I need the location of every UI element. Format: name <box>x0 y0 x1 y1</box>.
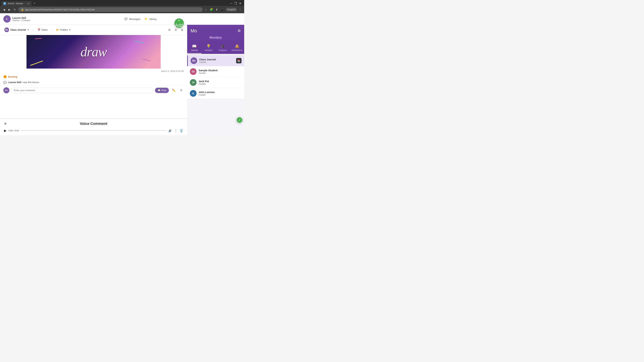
progress-tab-label: Progress <box>219 49 227 51</box>
post-content: draw March 4, 2024 6:34 PM 🟠 Drawing 💬 <box>0 35 187 118</box>
post-date: March 4, 2024 6:34 PM <box>0 68 187 74</box>
tab-title: Journal - Seesaw <box>8 2 26 5</box>
sidebar-settings-icon[interactable]: ⚙ <box>238 29 241 33</box>
app-header: L Lauren Deli Teacher - 2 Classes 💬 Mess… <box>0 13 244 25</box>
url-text: app.seesaw.me/#/class/class.e01bf4c2-9a2… <box>25 8 200 11</box>
class-journal-name: Class Journal <box>199 58 234 61</box>
main-area: Mo Class Journal ▼ ‹ 📅 Dates › 📂 Folders… <box>0 25 244 135</box>
calendar-icon: 📅 <box>38 28 40 31</box>
plus-icon: + <box>178 18 180 22</box>
class-journal-avatar: Mo <box>190 57 197 64</box>
jack-pot-posts: 2 posts <box>198 83 242 85</box>
tab-close-button[interactable]: ✕ <box>28 2 30 5</box>
library-icon: 📁 <box>144 17 148 20</box>
toolbar-separator-1: ‹ <box>33 28 34 32</box>
comment-input-field[interactable] <box>11 87 153 93</box>
folders-button[interactable]: 📂 Folders ▼ <box>54 27 72 32</box>
checkmark-button[interactable]: ✓ <box>236 117 243 123</box>
sidebar-list: Mo Class Journal 3 posts 📚 SS Sample Stu… <box>187 54 244 135</box>
minimize-button[interactable]: ─ <box>230 2 232 5</box>
artwork-container: draw <box>26 35 161 68</box>
label-text: Drawing <box>8 75 17 78</box>
menu-icon[interactable]: ⋮ <box>238 7 242 12</box>
dates-button[interactable]: 📅 Dates <box>36 27 49 32</box>
forward-button[interactable]: ▶ <box>8 7 12 12</box>
john-louises-posts: 2 posts <box>198 93 242 96</box>
voice-comment-bar: ✕ Voice Comment ▶ 0:00 / 0:04 🔊 ⋮ 🗑️ <box>0 118 187 135</box>
tab-bar: S Journal - Seesaw ✕ + ─ ❐ ✕ <box>0 0 244 6</box>
close-comment-button[interactable]: ✕ <box>178 88 184 93</box>
sidebar-item-john-louises[interactable]: JL John Louises 2 posts <box>187 88 244 99</box>
artwork-image: draw <box>26 35 161 68</box>
maximize-button[interactable]: ❐ <box>234 2 237 5</box>
user-name: Lauren Deli <box>12 16 30 19</box>
new-tab-button[interactable]: + <box>32 1 37 6</box>
voice-close-button[interactable]: ✕ <box>4 122 7 126</box>
volume-button[interactable]: 🔊 <box>168 129 172 132</box>
book-icon: 📚 <box>237 59 240 62</box>
delete-recording-button[interactable]: 🗑️ <box>180 129 183 132</box>
jack-pot-details: Jack Pot 2 posts <box>198 80 242 85</box>
class-select[interactable]: Mo Class Journal ▼ <box>3 26 31 33</box>
post-bubble-icon: 💬 <box>158 89 160 92</box>
sidebar-tab-progress[interactable]: 🎓 Progress <box>216 42 230 54</box>
bookmark-icon[interactable]: ☆ <box>204 7 208 12</box>
voice-comment-title: Voice Comment <box>80 121 108 126</box>
close-window-button[interactable]: ✕ <box>239 2 242 5</box>
sample-student-avatar: SS <box>190 68 196 75</box>
messages-label: Messages <box>129 17 140 20</box>
browser-toolbar-icons: ☆ 🧩 ⬇ 📱 Incognito ⋮ <box>204 7 242 12</box>
library-nav-item[interactable]: 📁 Library <box>144 17 157 20</box>
messages-nav-item[interactable]: 💬 Messages <box>124 17 140 20</box>
download-icon[interactable]: ⬇ <box>215 7 218 12</box>
reload-button[interactable]: ↻ <box>13 7 17 12</box>
post-comment-button[interactable]: 💬 Post <box>155 88 169 93</box>
back-button[interactable]: ◀ <box>2 7 6 12</box>
tab-favicon: S <box>3 2 6 5</box>
comment-author: Lauren Deli <box>8 81 21 84</box>
post-comment: 💬 Lauren Deli I saw this lesson. <box>0 80 187 85</box>
pen-button[interactable]: ✏️ <box>170 88 177 93</box>
folders-dropdown-arrow: ▼ <box>69 29 71 31</box>
sidebar-tab-journal[interactable]: 📖 Journal <box>187 42 202 54</box>
activities-tab-label: Activities <box>204 49 212 51</box>
journal-tab-icon: 📖 <box>192 44 196 48</box>
progress-bar[interactable] <box>21 130 166 131</box>
display-icon[interactable]: 📱 <box>220 7 224 12</box>
sidebar-tab-notifications[interactable]: 🔔 Notifications <box>230 42 244 54</box>
sample-student-details: Sample Student 3 posts <box>198 69 242 74</box>
john-louises-name: John Louises <box>198 91 242 93</box>
brushstroke-purple <box>142 59 150 61</box>
class-journal-details: Class Journal 3 posts <box>199 58 234 63</box>
notifications-tab-icon: 🔔 <box>235 44 239 48</box>
extensions-icon[interactable]: 🧩 <box>209 7 214 12</box>
active-tab[interactable]: S Journal - Seesaw ✕ <box>1 1 32 6</box>
folder-icon: 📂 <box>56 28 59 31</box>
sidebar-item-class-journal[interactable]: Mo Class Journal 3 posts 📚 <box>187 55 244 66</box>
add-button[interactable]: + Add <box>174 18 184 28</box>
sample-student-name: Sample Student <box>198 69 242 72</box>
list-view-icon[interactable]: ☰ <box>173 27 178 32</box>
jack-pot-avatar: JP <box>190 79 196 86</box>
header-nav: 💬 Messages 📁 Library <box>40 17 241 20</box>
sidebar-item-jack-pot[interactable]: JP Jack Pot 2 posts <box>187 77 244 88</box>
sidebar-class-full-name: Moodjoy <box>187 35 244 42</box>
time-display: 0:00 / 0:04 <box>8 129 19 132</box>
grid-view-icon[interactable]: ⊞ <box>180 27 184 32</box>
filter-icon[interactable]: ⚙ <box>167 27 172 32</box>
add-label: Add <box>175 23 183 28</box>
sidebar-item-sample-student[interactable]: SS Sample Student 3 posts <box>187 66 244 77</box>
john-louises-avatar: JL <box>190 90 196 97</box>
play-button[interactable]: ▶ <box>4 129 6 133</box>
url-bar[interactable]: 🔒 app.seesaw.me/#/class/class.e01bf4c2-9… <box>18 7 202 12</box>
incognito-badge: Incognito <box>226 8 237 11</box>
post-label: 🟠 Drawing <box>0 74 187 80</box>
sidebar-tab-activities[interactable]: 💡 Activities <box>202 42 216 54</box>
user-role: Teacher - 2 Classes <box>12 19 30 22</box>
notifications-tab-label: Notifications <box>232 49 242 51</box>
user-avatar: L <box>3 15 11 23</box>
class-name-label: Class Journal <box>10 28 26 31</box>
more-options-button[interactable]: ⋮ <box>174 129 178 133</box>
sidebar-class-short: Mo <box>190 28 197 33</box>
artwork-text: draw <box>80 44 107 59</box>
